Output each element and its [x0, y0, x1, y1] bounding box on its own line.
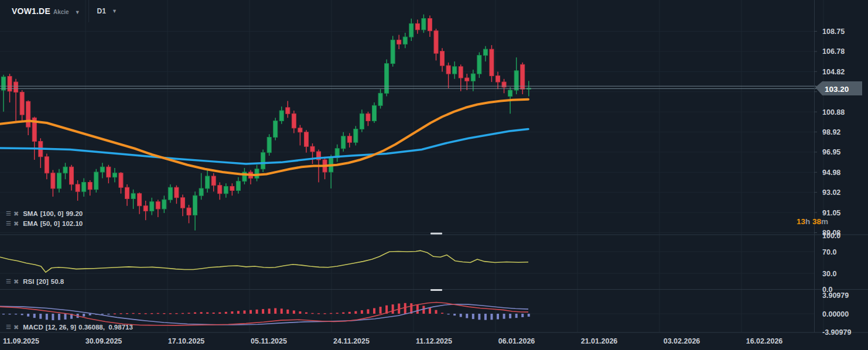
rsi-panel — [0, 251, 528, 272]
candle-body — [378, 93, 382, 105]
macd-histogram-bar — [416, 304, 419, 314]
macd-histogram-bar — [2, 314, 5, 314]
indicator-row-sma: ☰ ✖ SMA [100, 0] 99.20 — [6, 210, 83, 217]
macd-histogram-bar — [422, 306, 425, 314]
candle-body — [57, 173, 61, 188]
time-axis-label: 30.09.2025 — [86, 337, 122, 345]
macd-histogram-bar — [503, 314, 505, 319]
candle-body — [286, 108, 290, 114]
price-axis[interactable]: 108.75106.78104.82102.85100.8898.9296.95… — [814, 28, 851, 337]
macd-histogram-bar — [392, 304, 394, 314]
candle-body — [465, 78, 469, 81]
candle-body — [508, 90, 512, 96]
macd-histogram-bar — [435, 310, 438, 314]
price-axis-label: 104.82 — [822, 68, 845, 76]
time-axis-label: 21.01.2026 — [581, 337, 618, 345]
candle-body — [45, 157, 49, 173]
macd-histogram-bar — [213, 313, 215, 314]
candle-body — [304, 132, 308, 146]
macd-histogram-bar — [27, 314, 29, 317]
price-axis-label: 94.98 — [822, 169, 840, 177]
time-axis-label: 11.09.2025 — [3, 337, 39, 345]
candle-body — [150, 202, 154, 211]
time-axis[interactable]: 11.09.202530.09.202517.10.202505.11.2025… — [0, 334, 868, 350]
candle-body — [434, 31, 438, 53]
candle-body — [199, 188, 203, 195]
candle-body — [279, 111, 283, 121]
candle-body — [391, 40, 395, 63]
indicator-remove-icon[interactable]: ✖ — [13, 279, 19, 285]
macd-histogram-bar — [373, 308, 375, 314]
macd-histogram-bar — [52, 314, 54, 320]
indicator-remove-icon[interactable]: ✖ — [13, 221, 19, 227]
candle-body — [26, 101, 30, 127]
indicator-settings-icon[interactable]: ☰ — [6, 221, 11, 227]
panel-resize-handle[interactable] — [430, 233, 442, 235]
indicator-name: EMA — [23, 220, 38, 227]
macd-histogram-bar — [114, 314, 116, 314]
indicator-params: [100, 0] — [40, 210, 64, 217]
candle-body — [428, 19, 432, 31]
indicator-remove-icon[interactable]: ✖ — [13, 211, 19, 217]
panel-resize-handle[interactable] — [430, 289, 442, 291]
macd-histogram-bar — [64, 314, 67, 320]
current-price-label: 103.20 — [825, 85, 849, 94]
candle-body — [131, 194, 135, 199]
rsi-axis-label: 70.0 — [822, 248, 836, 256]
current-price-lines — [0, 86, 816, 88]
macd-histogram-bar — [107, 314, 110, 314]
macd-histogram-bar — [138, 313, 141, 314]
timeframe-selector[interactable]: D1 ▼ — [89, 7, 125, 15]
indicator-settings-icon[interactable]: ☰ — [6, 324, 11, 330]
candle-body — [341, 136, 346, 149]
symbol-selector[interactable]: VOW1.DE Akcie ▼ — [0, 6, 88, 16]
candle-body — [82, 182, 86, 191]
candle-body — [168, 187, 172, 200]
chart-canvas[interactable]: 108.75106.78104.82102.85100.8898.9296.95… — [0, 0, 868, 350]
indicator-name: MACD — [23, 324, 43, 331]
chevron-down-icon: ▼ — [112, 8, 117, 14]
macd-histogram-bar — [169, 313, 172, 314]
candles-layer — [2, 15, 531, 231]
macd-histogram-bar — [497, 314, 499, 320]
macd-histogram-bar — [286, 310, 289, 314]
timeframe-label: D1 — [97, 7, 106, 15]
macd-histogram-bar — [175, 313, 177, 314]
candle-body — [459, 67, 463, 78]
macd-histogram-bar — [268, 308, 271, 314]
macd-histogram-bar — [330, 313, 332, 314]
candle-body — [298, 128, 302, 132]
current-price-tag: 103.20 — [815, 81, 862, 95]
trading-chart-app: 108.75106.78104.82102.85100.8898.9296.95… — [0, 0, 868, 350]
candle-body — [119, 173, 123, 187]
candle-body — [211, 176, 216, 186]
price-axis-label: 96.95 — [822, 148, 840, 156]
macd-histogram-bar — [466, 314, 468, 318]
macd-histogram-bar — [342, 313, 344, 314]
macd-histogram-bar — [15, 314, 17, 314]
time-axis-label: 05.11.2025 — [251, 337, 287, 345]
indicator-settings-icon[interactable]: ☰ — [6, 211, 11, 217]
macd-histogram-bar — [447, 314, 450, 314]
candle-body — [70, 167, 74, 184]
candle-body — [187, 208, 191, 215]
candle-body — [446, 66, 450, 74]
candle-body — [20, 92, 24, 115]
macd-histogram-bar — [145, 313, 147, 314]
price-axis-label: 108.75 — [822, 28, 845, 36]
macd-histogram-bar — [478, 314, 480, 320]
macd-histogram-bar — [33, 314, 36, 318]
macd-histogram-bar — [101, 314, 104, 314]
timer-minutes-unit: m — [821, 217, 828, 226]
candle-body — [107, 167, 111, 177]
indicator-settings-icon[interactable]: ☰ — [6, 279, 11, 284]
candle-body — [63, 167, 67, 173]
indicator-remove-icon[interactable]: ✖ — [13, 324, 19, 331]
candle-body — [236, 181, 240, 191]
candle-body — [409, 23, 414, 37]
macd-histogram-bar — [521, 314, 524, 317]
macd-histogram-bar — [484, 314, 487, 320]
macd-histogram-bar — [317, 313, 320, 314]
candle-body — [88, 182, 92, 189]
time-axis-label: 16.02.2026 — [746, 337, 783, 345]
